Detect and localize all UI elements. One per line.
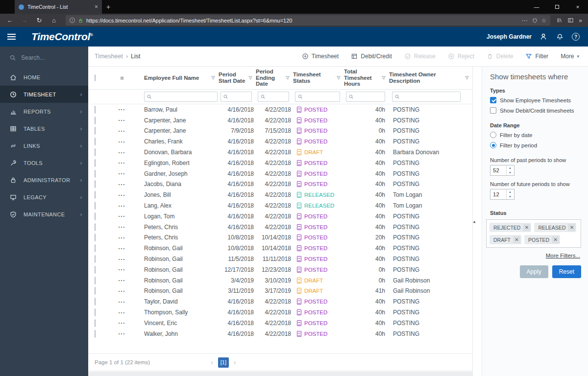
- row-actions-icon[interactable]: •••: [110, 140, 134, 144]
- spinner-down-icon[interactable]: ▼: [507, 170, 514, 175]
- window-maximize-button[interactable]: [547, 0, 567, 14]
- reload-button[interactable]: ↻: [33, 15, 45, 26]
- delete-button[interactable]: Delete: [487, 53, 514, 60]
- filter-input-owner[interactable]: [392, 92, 461, 102]
- panel-collapse-handle[interactable]: ◂: [473, 219, 475, 224]
- filter-by-date-option[interactable]: Filter by date: [490, 132, 581, 138]
- row-actions-icon[interactable]: •••: [110, 150, 134, 155]
- filter-funnel-icon[interactable]: [284, 75, 290, 80]
- row-actions-icon[interactable]: •••: [110, 321, 134, 325]
- row-checkbox[interactable]: [95, 330, 96, 338]
- row-checkbox[interactable]: [95, 127, 96, 135]
- row-checkbox[interactable]: [95, 159, 96, 167]
- row-checkbox[interactable]: [95, 212, 96, 220]
- row-actions-icon[interactable]: •••: [110, 331, 134, 336]
- window-minimize-button[interactable]: —: [526, 0, 547, 14]
- site-info-icon[interactable]: i: [70, 18, 75, 23]
- filter-funnel-icon[interactable]: [209, 75, 216, 80]
- row-actions-icon[interactable]: •••: [110, 161, 134, 165]
- window-close-button[interactable]: ×: [567, 0, 588, 14]
- reject-button[interactable]: Reject: [448, 53, 474, 60]
- row-actions-icon[interactable]: •••: [110, 257, 134, 261]
- row-actions-icon[interactable]: •••: [110, 107, 134, 112]
- filter-funnel-icon[interactable]: [380, 75, 386, 80]
- row-checkbox[interactable]: [95, 191, 96, 199]
- spinner-up-icon[interactable]: ▲: [507, 189, 514, 194]
- row-actions-icon[interactable]: •••: [110, 225, 134, 229]
- row-actions-icon[interactable]: •••: [110, 129, 134, 133]
- table-row[interactable]: ••• Eglington, Robert 4/16/2018 4/22/201…: [88, 158, 472, 168]
- sidebar-item-timesheet[interactable]: TIMESHEET ›: [0, 86, 88, 103]
- new-tab-button[interactable]: +: [102, 0, 115, 14]
- bookmark-star-icon[interactable]: ☆: [541, 17, 547, 24]
- table-row[interactable]: ••• Lang, Alex 4/16/2018 4/22/2018 RELEA…: [88, 200, 472, 211]
- radio-selected[interactable]: [490, 142, 496, 148]
- table-row[interactable]: ••• Charles, Frank 4/16/2018 4/22/2018 P…: [88, 136, 472, 147]
- release-button[interactable]: Release: [404, 53, 436, 60]
- row-actions-icon[interactable]: •••: [110, 118, 134, 122]
- checkbox-unchecked[interactable]: [490, 107, 496, 114]
- filter-funnel-icon[interactable]: [335, 75, 341, 80]
- overflow-menu-icon[interactable]: »: [579, 17, 582, 24]
- pager-next-icon[interactable]: ›: [231, 358, 239, 366]
- spinner-up-icon[interactable]: ▲: [507, 165, 514, 170]
- library-icon[interactable]: [556, 17, 563, 24]
- row-checkbox[interactable]: [95, 117, 96, 124]
- sidebar-item-tools[interactable]: TOOLS ›: [0, 154, 88, 171]
- sidebar-item-legacy[interactable]: LEGACY ›: [0, 188, 88, 206]
- checkbox-checked[interactable]: [490, 97, 496, 103]
- table-row[interactable]: ••• Peters, Chris 4/16/2018 4/22/2018 PO…: [88, 222, 472, 233]
- row-checkbox[interactable]: [95, 287, 96, 295]
- filter-by-period-option[interactable]: Filter by period: [490, 142, 581, 148]
- select-all-checkbox[interactable]: [95, 74, 96, 81]
- more-button[interactable]: More ▾: [561, 53, 579, 60]
- page-actions-icon[interactable]: ⋯: [522, 17, 528, 24]
- chip-remove-icon[interactable]: ✕: [513, 236, 520, 243]
- row-actions-icon[interactable]: •••: [110, 300, 134, 304]
- row-actions-icon[interactable]: •••: [110, 278, 134, 282]
- future-periods-input[interactable]: [490, 189, 506, 199]
- row-actions-icon[interactable]: •••: [110, 204, 134, 208]
- forward-button[interactable]: →: [19, 15, 30, 26]
- filter-funnel-icon[interactable]: [463, 75, 469, 80]
- table-row[interactable]: ••• Robinson, Gail 10/8/2018 10/14/2018 …: [88, 243, 472, 254]
- sidebar-item-reports[interactable]: REPORTS ›: [0, 103, 88, 120]
- more-filters-link[interactable]: More Filters...: [486, 253, 580, 258]
- reset-button[interactable]: Reset: [552, 265, 581, 278]
- notifications-bell-icon[interactable]: [555, 32, 564, 41]
- table-row[interactable]: ••• Barrow, Paul 4/16/2018 4/22/2018 POS…: [88, 104, 472, 115]
- row-checkbox[interactable]: [95, 266, 96, 274]
- table-row[interactable]: ••• Gardner, Joseph 4/16/2018 4/22/2018 …: [88, 168, 472, 179]
- table-row[interactable]: ••• Robinson, Gail 11/5/2018 11/11/2018 …: [88, 254, 472, 264]
- past-periods-input[interactable]: [490, 165, 506, 175]
- table-row[interactable]: ••• Walker, John 4/16/2018 4/22/2018 POS…: [88, 329, 472, 339]
- table-row[interactable]: ••• Carpenter, Jane 4/16/2018 4/22/2018 …: [88, 115, 472, 126]
- user-icon[interactable]: [539, 32, 548, 41]
- row-actions-icon[interactable]: •••: [110, 235, 134, 240]
- debit-credit-button[interactable]: Debit/Credit: [351, 53, 392, 60]
- url-text[interactable]: https://docs.timecontrol.net/Application…: [86, 18, 519, 24]
- row-actions-icon[interactable]: •••: [110, 289, 134, 293]
- table-row[interactable]: ••• Logan, Tom 4/16/2018 4/22/2018 POSTE…: [88, 211, 472, 222]
- sidebar-item-links[interactable]: LINKS ›: [0, 137, 88, 154]
- table-row[interactable]: ••• Robinson, Gail 3/4/2019 3/10/2019 DR…: [88, 275, 472, 286]
- row-actions-icon[interactable]: •••: [110, 171, 134, 176]
- row-actions-icon[interactable]: •••: [110, 214, 134, 218]
- chip-remove-icon[interactable]: ✕: [568, 224, 575, 231]
- sidebar-item-tables[interactable]: TABLES ›: [0, 120, 88, 137]
- table-row[interactable]: ••• Taylor, David 4/16/2018 4/22/2018 PO…: [88, 296, 472, 307]
- row-checkbox[interactable]: [95, 298, 96, 306]
- row-actions-icon[interactable]: •••: [110, 193, 134, 197]
- row-checkbox[interactable]: [95, 170, 96, 178]
- url-bar[interactable]: i https://docs.timecontrol.net/Applicati…: [66, 15, 550, 25]
- table-row[interactable]: ••• Thompson, Sally 4/16/2018 4/22/2018 …: [88, 307, 472, 318]
- table-row[interactable]: ••• Carpenter, Jane 7/9/2018 7/15/2018 P…: [88, 126, 472, 137]
- filter-button[interactable]: Filter: [525, 53, 548, 60]
- row-checkbox[interactable]: [95, 244, 96, 252]
- spinner-down-icon[interactable]: ▼: [507, 194, 514, 199]
- table-row[interactable]: ••• Donovan, Barbara 4/16/2018 4/22/2018…: [88, 147, 472, 158]
- row-checkbox[interactable]: [95, 148, 96, 156]
- row-checkbox[interactable]: [95, 255, 96, 263]
- pager-page-1[interactable]: [1]: [218, 357, 229, 368]
- row-checkbox[interactable]: [95, 202, 96, 210]
